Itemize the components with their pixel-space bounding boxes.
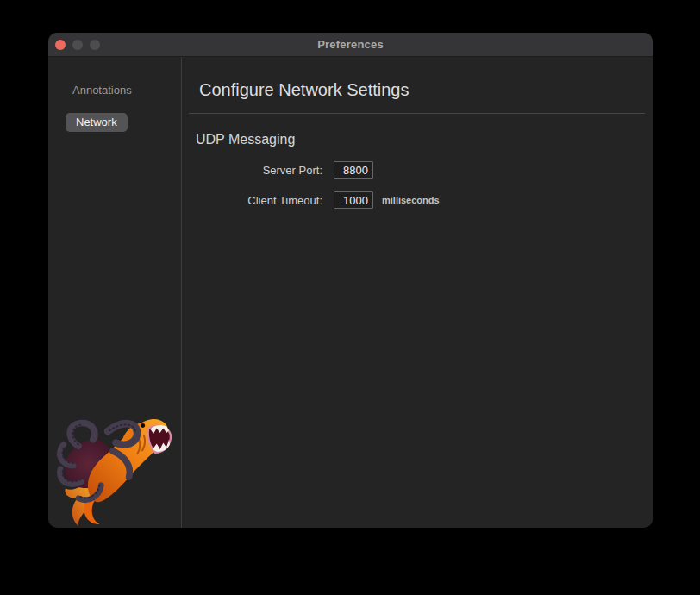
minimize-button <box>72 40 83 50</box>
zoom-button <box>90 40 100 50</box>
udp-messaging-section-title: UDP Messaging <box>196 131 653 148</box>
server-port-input[interactable] <box>334 161 373 178</box>
client-timeout-unit-label: milliseconds <box>382 195 440 205</box>
sharktopoda-logo <box>53 404 178 526</box>
client-timeout-input[interactable] <box>334 191 373 209</box>
heading-divider <box>189 113 645 114</box>
client-timeout-label: Client Timeout: <box>182 194 322 207</box>
page-title: Configure Network Settings <box>199 79 653 100</box>
window-controls <box>55 33 100 56</box>
server-port-label: Server Port: <box>182 164 322 177</box>
client-timeout-row: Client Timeout: milliseconds <box>182 191 653 209</box>
window-title: Preferences <box>317 38 384 51</box>
sidebar-item-annotations[interactable]: Annotations <box>72 84 132 97</box>
close-button[interactable] <box>55 40 66 50</box>
titlebar[interactable]: Preferences <box>48 33 653 57</box>
server-port-row: Server Port: <box>182 161 653 178</box>
sidebar-item-network[interactable]: Network <box>66 113 128 132</box>
preferences-window: Preferences Annotations Network <box>48 33 653 528</box>
sidebar: Annotations Network <box>48 57 182 528</box>
settings-pane: Configure Network Settings UDP Messaging… <box>182 57 653 528</box>
